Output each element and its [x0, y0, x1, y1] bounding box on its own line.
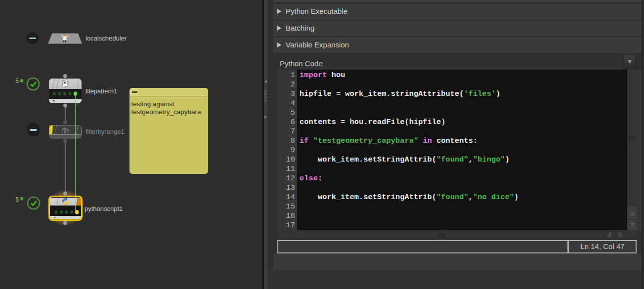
svg-text:1: 1	[61, 128, 64, 133]
svg-text:5: 5	[67, 128, 70, 133]
